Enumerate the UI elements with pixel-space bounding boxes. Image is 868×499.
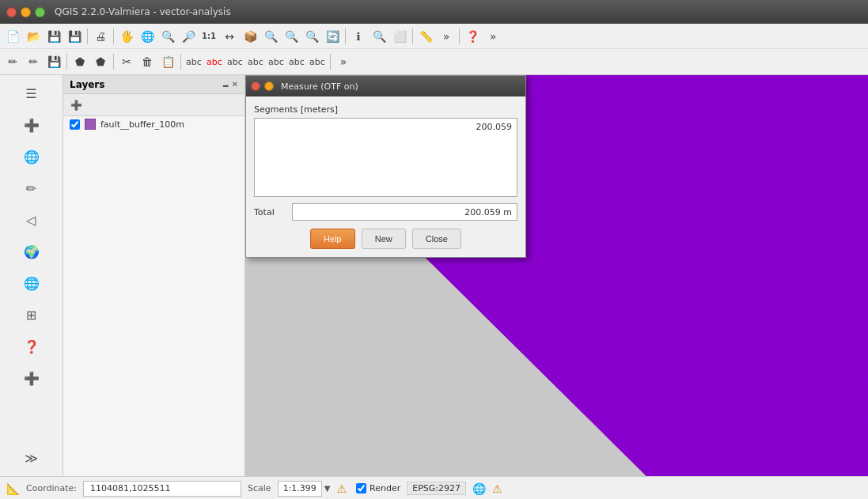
layers-header-actions: 🗕 ✕ [222,80,238,89]
toolbar-more-icon[interactable]: » [437,27,456,46]
pan-map-icon[interactable]: 🌐 [138,27,157,46]
pan-icon[interactable]: 🖐 [117,27,136,46]
toolbar-end-2-icon[interactable]: » [334,52,353,71]
toolbar-separator [345,28,346,44]
sidebar-layers-icon[interactable]: ☰ [17,79,46,108]
list-item[interactable]: fault__buffer_100m [63,116,244,132]
label-icon-2[interactable]: abc [205,52,224,71]
label-icon-6[interactable]: abc [287,52,306,71]
zoom-in-icon[interactable]: 🔍 [158,27,177,46]
sidebar-expand-icon[interactable]: ≫ [17,444,46,472]
layer-color-swatch [85,119,96,130]
zoom-full-icon[interactable]: ↔ [220,27,239,46]
layers-toolbar: ➕ [63,94,244,116]
label-icon-4[interactable]: abc [246,52,265,71]
total-row: Total 200.059 m [254,203,517,221]
scale-control[interactable]: 1:1.399 ▼ [278,481,331,497]
cut-icon[interactable]: ✂ [117,52,136,71]
render-label: Render [370,483,400,493]
alert-icon[interactable]: ⚠ [492,482,502,495]
toolbar-separator [330,54,331,70]
label-icon-5[interactable]: abc [267,52,286,71]
title-bar: QGIS 2.2.0-Valmiera - vector-analysis [0,0,868,24]
sidebar-digitize-icon[interactable]: ✏ [17,174,46,202]
print-icon[interactable]: 🖨 [91,27,110,46]
zoom-prev-icon[interactable]: 🔍 [282,27,301,46]
digitize-icon[interactable]: ⬟ [70,52,89,71]
zoom-out-icon[interactable]: 🔎 [179,27,198,46]
select-icon[interactable]: 🔍 [370,27,389,46]
maximize-window-button[interactable] [35,7,45,17]
label-icon-7[interactable]: abc [308,52,327,71]
render-checkbox[interactable] [356,483,366,493]
identify-icon[interactable]: ℹ [349,27,368,46]
sidebar-grid-icon[interactable]: ⊞ [17,301,46,329]
dialog-close-button[interactable] [251,81,260,91]
open-file-icon[interactable]: 📂 [24,27,43,46]
status-bar: 📐 Coordinate: 1104081,1025511 Scale 1:1.… [0,476,868,499]
edit-pencil-icon[interactable]: ✏ [3,52,22,71]
total-value-display: 200.059 m [292,203,517,221]
minimize-window-button[interactable] [21,7,31,17]
toolbar-separator [459,28,460,44]
zoom-1-1-icon[interactable]: 1:1 [199,27,218,46]
layers-minimize-button[interactable]: 🗕 [222,80,229,89]
layer-visibility-checkbox[interactable] [70,119,80,130]
zoom-next-icon[interactable]: 🔍 [302,27,321,46]
scale-value-display[interactable]: 1:1.399 [278,481,322,497]
toolbar-separator [66,54,67,70]
segments-label: Segments [meters] [254,104,517,115]
coordinate-label: Coordinate: [26,483,77,493]
dialog-minimize-button[interactable] [264,81,274,91]
toolbar-end-icon[interactable]: » [483,27,502,46]
measure-tool-icon[interactable]: 📐 [6,482,20,495]
scale-dropdown-button[interactable]: ▼ [324,484,331,493]
paste-icon[interactable]: 📋 [158,52,177,71]
refresh-icon[interactable]: 🔄 [323,27,342,46]
sidebar-addlayer2-icon[interactable]: ➕ [17,364,46,392]
zoom-layer-icon[interactable]: 📦 [241,27,260,46]
total-value-text: 200.059 m [464,207,512,217]
new-file-icon[interactable]: 📄 [3,27,22,46]
add-layer-button[interactable]: ➕ [66,96,85,115]
globe-status-icon[interactable]: 🌐 [472,482,486,495]
scale-label: Scale [248,483,271,493]
warning-icon[interactable]: ⚠ [337,482,347,495]
help-icon[interactable]: ❓ [463,27,482,46]
epsg-button[interactable]: EPSG:2927 [407,482,466,495]
sidebar-wms-icon[interactable]: 🌐 [17,142,46,171]
layers-close-button[interactable]: ✕ [232,80,238,89]
sidebar-globe-icon[interactable]: 🌍 [17,237,46,266]
left-sidebar: ☰ ➕ 🌐 ✏ ◁ 🌍 🌐 ⊞ ❓ ➕ ≫ [0,75,63,476]
dialog-titlebar: Measure (OTF on) [246,76,525,96]
window-title: QGIS 2.2.0-Valmiera - vector-analysis [55,6,231,17]
sidebar-add-layer-icon[interactable]: ➕ [17,111,46,139]
close-window-button[interactable] [6,7,17,17]
save-icon[interactable]: 💾 [44,27,63,46]
window-controls [6,7,45,17]
coordinate-text: 1104081,1025511 [90,483,170,493]
deselect-icon[interactable]: ⬜ [390,27,409,46]
scale-value-text: 1:1.399 [283,483,316,493]
save-edit-icon[interactable]: 💾 [44,52,63,71]
zoom-selection-icon[interactable]: 🔍 [261,27,280,46]
toolbar-row-2: ✏ ✏ 💾 ⬟ ⬟ ✂ 🗑 📋 abc abc abc abc abc abc … [0,49,868,74]
sidebar-shape-icon[interactable]: ◁ [17,206,46,234]
save-as-icon[interactable]: 💾 [65,27,84,46]
map-area[interactable]: Measure (OTF on) Segments [meters] 200.0… [245,75,868,476]
delete-icon[interactable]: 🗑 [138,52,157,71]
sidebar-question-icon[interactable]: ❓ [17,332,46,361]
sidebar-globe2-icon[interactable]: 🌐 [17,269,46,297]
label-icon-1[interactable]: abc [184,52,203,71]
label-icon-3[interactable]: abc [226,52,244,71]
close-dialog-button[interactable]: Close [412,229,461,249]
help-button[interactable]: Help [310,229,355,249]
layers-panel-title: Layers [70,79,104,90]
new-button[interactable]: New [362,229,406,249]
segments-display: 200.059 [254,118,517,197]
current-edit-icon[interactable]: ✏ [24,52,43,71]
toolbar-row-1: 📄 📂 💾 💾 🖨 🖐 🌐 🔍 🔎 1:1 ↔ 📦 🔍 🔍 🔍 🔄 ℹ 🔍 ⬜ … [0,24,868,49]
measure-icon[interactable]: 📏 [416,27,435,46]
toolbar-separator [113,28,114,44]
add-feature-icon[interactable]: ⬟ [91,52,110,71]
